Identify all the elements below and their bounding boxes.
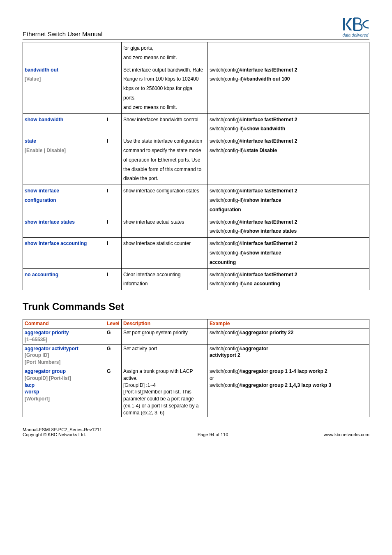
- level-cell: I: [105, 238, 122, 268]
- level-cell: [105, 64, 122, 113]
- doc-title: Ethernet Switch User Manual: [23, 30, 102, 37]
- table-row: aggregator activityport[Group ID][Port N…: [23, 344, 369, 367]
- command-cell: bandwidth out[Value]: [23, 64, 105, 113]
- table-row: no accountingIClear interface accounting…: [23, 268, 369, 290]
- table-row: bandwidth out[Value]Set interface output…: [23, 64, 369, 113]
- table-row: show interface accountingIshow interface…: [23, 238, 369, 268]
- page-header: Ethernet Switch User Manual data deliver…: [23, 16, 369, 39]
- header-example: Example: [208, 319, 369, 328]
- description-cell: Assign a trunk group with LACP active.[G…: [122, 367, 208, 417]
- description-cell: show interface configuration states: [122, 185, 208, 216]
- level-cell: I: [105, 113, 122, 135]
- example-cell: switch(config)#interface fastEthernet 2s…: [208, 113, 369, 135]
- description-cell: show interface statistic counter: [122, 238, 208, 268]
- example-cell: switch(config)#interface fastEthernet 2s…: [208, 64, 369, 113]
- table-row: show interface statesIshow interface act…: [23, 216, 369, 238]
- footer-left: Manual-ESML8P-PC2_Series-Rev1211 Copyrig…: [23, 427, 102, 437]
- svg-marker-2: [346, 18, 352, 30]
- svg-rect-1: [343, 18, 345, 30]
- command-cell: state[Enable | Disable]: [23, 135, 105, 185]
- table-row: for giga ports,and zero means no limit.: [23, 42, 369, 64]
- example-cell: [208, 42, 369, 64]
- example-cell: switch(config)#interface fastEthernet 2s…: [208, 268, 369, 290]
- example-cell: switch(config)#aggregator group 1 1-4 la…: [208, 367, 369, 417]
- example-cell: switch(config)#interface fastEthernet 2s…: [208, 216, 369, 238]
- description-cell: Show interfaces bandwidth control: [122, 113, 208, 135]
- commands-table-1: for giga ports,and zero means no limit.b…: [23, 42, 369, 290]
- description-cell: Set port group system priority: [122, 328, 208, 344]
- header-description: Description: [122, 319, 208, 328]
- footer-right: www.kbcnetworks.com: [324, 432, 369, 437]
- level-cell: [105, 42, 122, 64]
- level-cell: G: [105, 328, 122, 344]
- description-cell: Set activity port: [122, 344, 208, 367]
- kbc-logo-icon: [341, 16, 369, 32]
- footer-center: Page 94 of 110: [198, 432, 228, 437]
- section-title: Trunk Commands Set: [23, 301, 369, 312]
- description-cell: for giga ports,and zero means no limit.: [122, 42, 208, 64]
- command-cell: show interface states: [23, 216, 105, 238]
- table-row: show interfaceconfigurationIshow interfa…: [23, 185, 369, 216]
- command-cell: show bandwidth: [23, 113, 105, 135]
- table-row: aggregator priority[1~65535]GSet port gr…: [23, 328, 369, 344]
- level-cell: I: [105, 135, 122, 185]
- description-cell: Set interface output bandwidth. Rate Ran…: [122, 64, 208, 113]
- table-row: show bandwidthIShow interfaces bandwidth…: [23, 113, 369, 135]
- command-cell: aggregator priority[1~65535]: [23, 328, 105, 344]
- level-cell: I: [105, 216, 122, 238]
- example-cell: switch(config)#aggregatoractivityport 2: [208, 344, 369, 367]
- level-cell: I: [105, 268, 122, 290]
- level-cell: G: [105, 344, 122, 367]
- example-cell: switch(config)#interface fastEthernet 2s…: [208, 185, 369, 216]
- logo: data delivered: [341, 16, 369, 37]
- logo-tagline: data delivered: [343, 33, 369, 37]
- example-cell: switch(config)#interface fastEthernet 2s…: [208, 135, 369, 185]
- description-cell: Clear interface accounting information: [122, 268, 208, 290]
- command-cell: aggregator group[GroupID] [Port-list]lac…: [23, 367, 105, 417]
- command-cell: no accounting: [23, 268, 105, 290]
- header-command: Command: [23, 319, 105, 328]
- description-cell: Use the state interface configuration co…: [122, 135, 208, 185]
- command-cell: show interface accounting: [23, 238, 105, 268]
- level-cell: I: [105, 185, 122, 216]
- header-level: Level: [105, 319, 122, 328]
- command-cell: [23, 42, 105, 64]
- command-cell: aggregator activityport[Group ID][Port N…: [23, 344, 105, 367]
- table-row: state[Enable | Disable]IUse the state in…: [23, 135, 369, 185]
- table-row: aggregator group[GroupID] [Port-list]lac…: [23, 367, 369, 417]
- table-header-row: Command Level Description Example: [23, 319, 369, 328]
- example-cell: switch(config)#interface fastEthernet 2s…: [208, 238, 369, 268]
- commands-table-2: Command Level Description Example aggreg…: [23, 319, 369, 417]
- level-cell: G: [105, 367, 122, 417]
- command-cell: show interfaceconfiguration: [23, 185, 105, 216]
- example-cell: switch(config)#aggregator priority 22: [208, 328, 369, 344]
- page-footer: Manual-ESML8P-PC2_Series-Rev1211 Copyrig…: [23, 427, 369, 437]
- description-cell: show interface actual states: [122, 216, 208, 238]
